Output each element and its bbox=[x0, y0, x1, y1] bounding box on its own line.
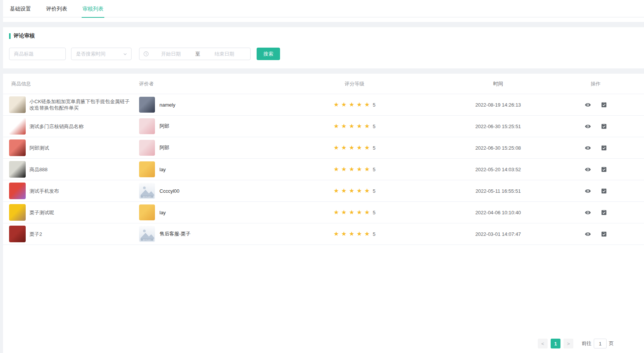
goto-page-suffix: 页 bbox=[609, 340, 614, 347]
product-image bbox=[9, 96, 26, 113]
view-icon[interactable] bbox=[585, 102, 591, 108]
rating-value: 5 bbox=[373, 188, 375, 194]
pagination: < 1 > 前往 页 bbox=[3, 333, 644, 353]
svg-text:图片无法显示: 图片无法显示 bbox=[143, 239, 152, 241]
date-separator: 至 bbox=[193, 51, 203, 57]
rating-stars: ★★★★★ bbox=[334, 209, 372, 215]
spacer bbox=[3, 68, 644, 74]
rating-stars: ★★★★★ bbox=[334, 145, 372, 151]
view-icon[interactable] bbox=[585, 209, 591, 216]
chevron-down-icon bbox=[123, 52, 127, 56]
view-icon[interactable] bbox=[585, 123, 591, 130]
product-title: 测试手机发布 bbox=[29, 188, 66, 194]
reviewer-name: namely bbox=[159, 102, 175, 108]
audit-table-card: 商品信息 评价者 评分等级 时间 操作 小CK链条加粗加宽单肩腋下包手提包金属链… bbox=[3, 74, 644, 353]
reviewer-name: 阿部 bbox=[159, 144, 169, 151]
review-time: 2022-05-11 16:55:51 bbox=[449, 188, 547, 194]
image-placeholder-icon: 图片无法显示 bbox=[139, 226, 155, 242]
audit-icon[interactable] bbox=[601, 123, 607, 129]
section-title: 评论审核 bbox=[9, 33, 638, 39]
section-title-text: 评论审核 bbox=[14, 33, 35, 39]
review-time: 2022-06-30 15:25:51 bbox=[449, 124, 547, 129]
audit-icon[interactable] bbox=[601, 166, 607, 172]
rating-stars: ★★★★★ bbox=[334, 231, 372, 237]
rating-value: 5 bbox=[373, 124, 375, 129]
product-title: 小CK链条加粗加宽单肩腋下包手提包金属链子改造替换包包配件单买 bbox=[29, 98, 139, 111]
product-title-input[interactable] bbox=[9, 48, 66, 60]
svg-text:图片无法显示: 图片无法显示 bbox=[143, 196, 152, 198]
time-search-select[interactable]: 是否搜索时间 bbox=[71, 48, 132, 60]
reviewer-name: 售后客服-栗子 bbox=[159, 231, 190, 237]
start-date-input[interactable] bbox=[149, 51, 193, 57]
view-icon[interactable] bbox=[585, 145, 591, 151]
rating-stars: ★★★★★ bbox=[334, 166, 372, 172]
page-number-active[interactable]: 1 bbox=[551, 339, 560, 348]
product-image bbox=[9, 161, 26, 178]
table-row: 商品888 lay ★★★★★ 5 2022-05-20 14:03:52 bbox=[3, 159, 644, 180]
audit-icon[interactable] bbox=[601, 102, 607, 108]
tab-review-list[interactable]: 评价列表 bbox=[45, 0, 68, 17]
page-prev-button[interactable]: < bbox=[538, 339, 548, 348]
rating-value: 5 bbox=[373, 210, 375, 215]
table-row: 栗子测试呢 lay ★★★★★ 5 2022-04-06 10:10:40 bbox=[3, 202, 644, 223]
audit-icon[interactable] bbox=[601, 231, 607, 237]
col-header-actions: 操作 bbox=[547, 81, 644, 87]
audit-icon[interactable] bbox=[601, 145, 607, 151]
audit-icon[interactable] bbox=[601, 188, 607, 194]
product-image bbox=[9, 183, 26, 199]
search-button[interactable]: 搜索 bbox=[257, 48, 280, 60]
review-time: 2022-06-30 15:25:08 bbox=[449, 145, 547, 151]
reviewer-avatar bbox=[139, 118, 155, 134]
rating-value: 5 bbox=[373, 145, 375, 151]
reviewer-name: 阿部 bbox=[159, 123, 169, 130]
rating-stars: ★★★★★ bbox=[334, 123, 372, 129]
table-row: 小CK链条加粗加宽单肩腋下包手提包金属链子改造替换包包配件单买 namely ★… bbox=[3, 94, 644, 116]
page-next-button[interactable]: > bbox=[564, 339, 573, 348]
col-header-reviewer: 评价者 bbox=[139, 81, 260, 87]
table-row: 测试手机发布 图片无法显示 Ccccyl00 ★★★★★ 5 2022-05-1… bbox=[3, 180, 644, 202]
product-title: 栗子2 bbox=[29, 231, 49, 237]
review-time: 2022-08-19 14:26:13 bbox=[449, 102, 547, 108]
product-image bbox=[9, 118, 26, 135]
image-placeholder-icon: 图片无法显示 bbox=[139, 183, 155, 199]
reviewer-avatar bbox=[139, 161, 155, 177]
view-icon[interactable] bbox=[585, 188, 591, 194]
col-header-time: 时间 bbox=[449, 81, 547, 87]
reviewer-name: lay bbox=[159, 167, 166, 172]
rating-stars: ★★★★★ bbox=[334, 102, 372, 108]
table-body: 小CK链条加粗加宽单肩腋下包手提包金属链子改造替换包包配件单买 namely ★… bbox=[3, 94, 644, 245]
reviewer-avatar bbox=[139, 140, 155, 156]
reviewer-name: Ccccyl00 bbox=[159, 188, 180, 194]
review-time: 2022-03-01 14:07:47 bbox=[449, 231, 547, 237]
rating-value: 5 bbox=[373, 102, 375, 108]
table-row: 栗子2 图片无法显示 售后客服-栗子 ★★★★★ 5 2022-03-01 14… bbox=[3, 223, 644, 245]
table-row: 阿部测试 阿部 ★★★★★ 5 2022-06-30 15:25:08 bbox=[3, 137, 644, 159]
tab-basic-settings[interactable]: 基础设置 bbox=[9, 0, 32, 17]
tab-audit-list[interactable]: 审核列表 bbox=[82, 0, 104, 17]
reviewer-name: lay bbox=[159, 210, 166, 215]
view-icon[interactable] bbox=[585, 231, 591, 237]
col-header-rating: 评分等级 bbox=[260, 81, 449, 87]
rating-value: 5 bbox=[373, 231, 375, 237]
date-range-picker[interactable]: 至 bbox=[139, 48, 251, 60]
reviewer-avatar: 图片无法显示 bbox=[139, 226, 155, 242]
clock-icon bbox=[143, 51, 149, 57]
table-row: 测试多门店核销商品名称 阿部 ★★★★★ 5 2022-06-30 15:25:… bbox=[3, 116, 644, 137]
goto-page-input[interactable] bbox=[594, 339, 607, 348]
review-time: 2022-05-20 14:03:52 bbox=[449, 167, 547, 172]
view-icon[interactable] bbox=[585, 166, 591, 173]
page-root: 基础设置 评价列表 审核列表 评论审核 是否搜索时间 bbox=[0, 0, 644, 353]
tabs-bar: 基础设置 评价列表 审核列表 bbox=[3, 0, 644, 22]
reviewer-avatar: 图片无法显示 bbox=[139, 183, 155, 199]
reviewer-avatar bbox=[139, 204, 155, 220]
accent-bar bbox=[9, 33, 11, 39]
product-title: 测试多门店核销商品名称 bbox=[29, 123, 90, 130]
rating-value: 5 bbox=[373, 167, 375, 172]
filter-card: 评论审核 是否搜索时间 至 搜索 bbox=[3, 27, 644, 68]
table-header: 商品信息 评价者 评分等级 时间 操作 bbox=[3, 74, 644, 94]
product-title: 商品888 bbox=[29, 166, 54, 173]
product-title: 栗子测试呢 bbox=[29, 209, 61, 216]
time-search-select-placeholder: 是否搜索时间 bbox=[76, 51, 105, 57]
end-date-input[interactable] bbox=[203, 51, 247, 57]
audit-icon[interactable] bbox=[601, 209, 607, 215]
